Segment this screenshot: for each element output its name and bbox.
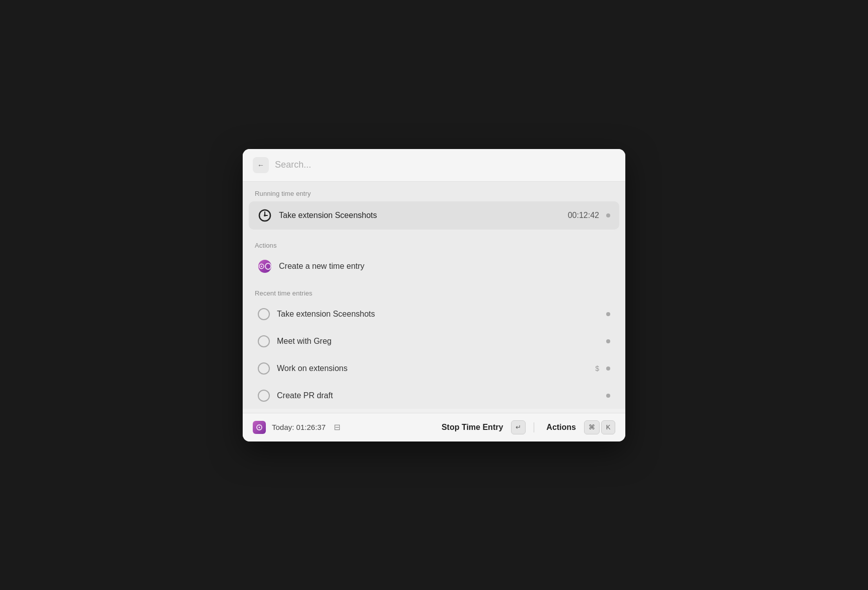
- svg-point-7: [259, 426, 260, 428]
- running-entry-dot: [606, 213, 610, 217]
- list-item[interactable]: Work on extensions $: [249, 355, 619, 382]
- recent-entry-dot: [606, 366, 610, 371]
- recent-entry-label: Work on extensions: [277, 364, 584, 373]
- recent-entry-dot: [606, 339, 610, 343]
- entry-circle-icon: [258, 362, 270, 375]
- running-section-header: Running time entry: [243, 182, 625, 201]
- save-icon: ⊟: [334, 422, 340, 432]
- footer-divider: [534, 422, 534, 432]
- recent-entry-label: Create PR draft: [277, 391, 599, 400]
- recent-section-header: Recent time entries: [243, 281, 625, 301]
- recent-entry-label: Take extension Sceenshots: [277, 310, 599, 319]
- create-new-entry-label: Create a new time entry: [279, 262, 610, 271]
- list-item[interactable]: Take extension Sceenshots: [249, 301, 619, 327]
- recent-entry-dot: [606, 394, 610, 398]
- timer-icon: [258, 208, 272, 223]
- recent-entry-label: Meet with Greg: [277, 337, 599, 346]
- search-input[interactable]: [275, 160, 615, 170]
- stop-time-entry-button[interactable]: Stop Time Entry: [442, 423, 503, 432]
- entry-circle-icon: [258, 335, 270, 347]
- running-entry-item[interactable]: Take extension Sceenshots 00:12:42: [249, 201, 619, 230]
- footer: Today: 01:26:37 ⊟ Stop Time Entry ↵ Acti…: [243, 413, 625, 441]
- running-entry-time: 00:12:42: [568, 211, 599, 220]
- search-bar: ←: [243, 149, 625, 182]
- back-button[interactable]: ←: [253, 157, 269, 173]
- entry-circle-icon: [258, 308, 270, 320]
- app-window: ← Running time entry Take extension Scee…: [243, 149, 625, 441]
- create-entry-icon: [258, 259, 272, 273]
- running-entry-title: Take extension Sceenshots: [279, 211, 555, 220]
- list-item[interactable]: Meet with Greg: [249, 328, 619, 354]
- keyboard-shortcut-group: ⌘ K: [584, 420, 615, 434]
- entry-circle-icon: [258, 390, 270, 402]
- actions-button[interactable]: Actions: [546, 423, 576, 432]
- k-key-badge: K: [601, 420, 615, 434]
- billable-icon: $: [595, 364, 599, 373]
- create-new-entry-item[interactable]: Create a new time entry: [249, 253, 619, 279]
- enter-key-badge: ↵: [511, 420, 526, 434]
- list-item[interactable]: Create PR draft: [249, 383, 619, 409]
- footer-toggl-icon: [253, 421, 266, 434]
- main-content: Running time entry Take extension Sceens…: [243, 182, 625, 409]
- cmd-key-badge: ⌘: [584, 420, 600, 434]
- actions-section-header: Actions: [243, 234, 625, 253]
- footer-time-label: Today: 01:26:37: [272, 423, 326, 431]
- recent-entry-dot: [606, 312, 610, 316]
- svg-point-5: [261, 265, 262, 267]
